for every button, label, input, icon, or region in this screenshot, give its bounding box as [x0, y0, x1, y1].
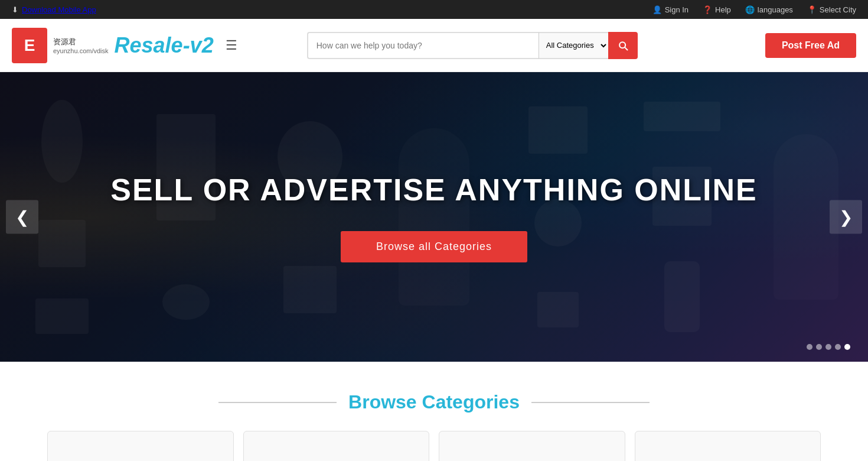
top-bar-right: 👤 Sign In ❓ Help 🌐 languages 📍 Select Ci… — [652, 5, 856, 14]
search-icon — [617, 40, 629, 51]
hero-content: SELL OR ADVERTISE ANYTHING ONLINE Browse… — [110, 172, 758, 262]
section-divider-left — [218, 402, 337, 403]
carousel-dot-1[interactable] — [807, 344, 812, 350]
carousel-dot-3[interactable] — [825, 344, 831, 350]
post-free-ad-button[interactable]: Post Free Ad — [765, 33, 856, 58]
hero-banner: SELL OR ADVERTISE ANYTHING ONLINE Browse… — [0, 72, 868, 362]
logo-url: eyunzhu.com/vdisk — [53, 47, 109, 54]
browse-categories-button[interactable]: Browse all Categories — [341, 231, 527, 262]
carousel-dot-2[interactable] — [816, 344, 822, 350]
help-icon: ❓ — [703, 5, 712, 14]
carousel-prev-button[interactable]: ❮ — [6, 200, 38, 234]
category-card-2[interactable] — [243, 431, 430, 461]
top-bar: ⬇ Download Mobile App 👤 Sign In ❓ Help 🌐… — [0, 0, 868, 19]
logo-area: E 资源君 eyunzhu.com/vdisk Resale-v2 ☰ — [12, 28, 237, 63]
header: E 资源君 eyunzhu.com/vdisk Resale-v2 ☰ All … — [0, 19, 868, 72]
carousel-next-button[interactable]: ❯ — [830, 200, 862, 234]
category-select[interactable]: All Categories Electronics Vehicles Prop… — [539, 32, 608, 59]
logo-text-block: 资源君 eyunzhu.com/vdisk — [53, 37, 109, 54]
carousel-dots — [807, 344, 850, 350]
download-app-link[interactable]: Download Mobile App — [22, 5, 96, 14]
download-icon: ⬇ — [12, 5, 18, 14]
category-card-3[interactable] — [439, 431, 625, 461]
category-card-4[interactable] — [635, 431, 821, 461]
logo-icon: E — [12, 28, 47, 63]
carousel-dot-5[interactable] — [844, 344, 850, 350]
section-title-wrapper: Browse Categories — [47, 391, 821, 413]
select-city-link[interactable]: 📍 Select City — [807, 5, 856, 14]
user-icon: 👤 — [652, 5, 662, 14]
search-area: All Categories Electronics Vehicles Prop… — [307, 32, 638, 59]
globe-icon: 🌐 — [745, 5, 755, 14]
location-icon: 📍 — [807, 5, 817, 14]
hamburger-icon[interactable]: ☰ — [226, 38, 237, 53]
search-input[interactable] — [307, 32, 539, 59]
hero-title: SELL OR ADVERTISE ANYTHING ONLINE — [110, 172, 758, 207]
languages-link[interactable]: 🌐 languages — [745, 5, 793, 14]
search-button[interactable] — [608, 32, 638, 59]
logo-resale: Resale-v2 — [115, 33, 214, 58]
sign-in-link[interactable]: 👤 Sign In — [652, 5, 688, 14]
top-bar-left: ⬇ Download Mobile App — [12, 5, 96, 14]
carousel-dot-4[interactable] — [835, 344, 841, 350]
help-link[interactable]: ❓ Help — [703, 5, 731, 14]
category-grid — [47, 431, 821, 461]
logo-chinese: 资源君 — [53, 37, 109, 47]
browse-categories-section: Browse Categories — [0, 362, 868, 461]
section-title: Browse Categories — [348, 391, 520, 413]
section-divider-right — [531, 402, 650, 403]
category-card-1[interactable] — [47, 431, 234, 461]
